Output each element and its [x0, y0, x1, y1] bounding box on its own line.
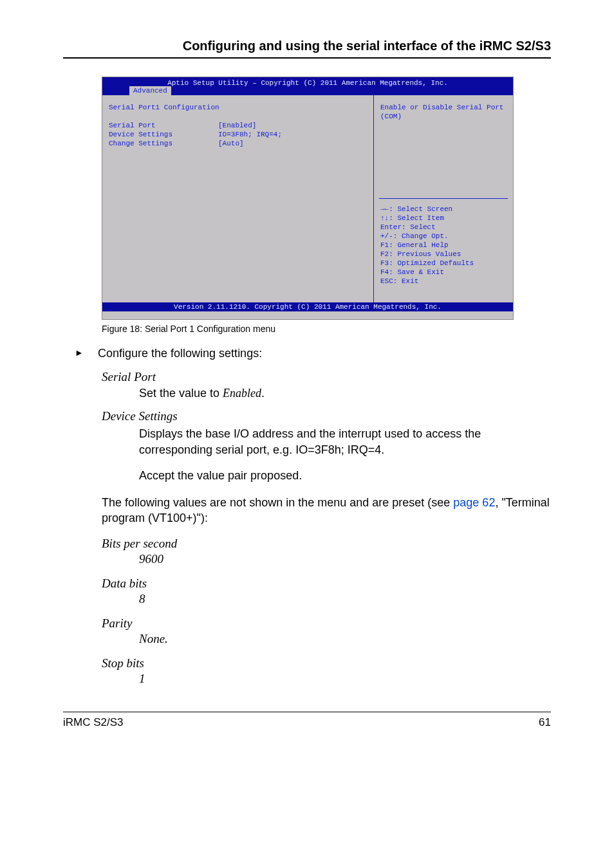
- bios-value: [Enabled]: [218, 121, 256, 130]
- setting-desc-device-settings-1: Displays the base I/O address and the in…: [139, 426, 551, 457]
- preset-value-data-bits: 8: [139, 592, 551, 606]
- bios-section-title: Serial Port1 Configuration: [109, 103, 367, 112]
- footer-left: iRMC S2/S3: [63, 716, 124, 729]
- bios-screenshot: Aptio Setup Utility – Copyright (C) 2011…: [102, 77, 514, 320]
- preset-label-bits-per-second: Bits per second: [102, 537, 551, 551]
- bios-help-line: ESC: Exit: [380, 277, 507, 286]
- setting-value-serial-port: Set the value to Enabled.: [139, 387, 551, 400]
- bios-help-line: Enter: Select: [380, 223, 507, 232]
- preset-value-bits-per-second: 9600: [139, 552, 551, 566]
- bios-label: Device Settings: [109, 130, 218, 139]
- bios-left-pane: Serial Port1 Configuration Serial Port […: [102, 95, 374, 302]
- bios-row-device-settings: Device Settings IO=3F8h; IRQ=4;: [109, 130, 367, 139]
- bios-help-line: F1: General Help: [380, 241, 507, 250]
- page-footer: iRMC S2/S3 61: [63, 712, 551, 729]
- bios-row-serial-port: Serial Port [Enabled]: [109, 121, 367, 130]
- footer-page-number: 61: [539, 716, 551, 729]
- bios-help-line: →←: Select Screen: [380, 205, 507, 214]
- bios-footer: Version 2.11.1210. Copyright (C) 2011 Am…: [102, 302, 513, 311]
- text-run: .: [261, 387, 265, 400]
- setting-label-serial-port: Serial Port: [102, 370, 551, 384]
- bios-label: Change Settings: [109, 139, 218, 148]
- step-line: ► Configure the following settings:: [75, 346, 551, 361]
- figure-caption: Figure 18: Serial Port 1 Configuration m…: [102, 324, 551, 334]
- bios-help-line: F2: Previous Values: [380, 250, 507, 259]
- page-header: Configuring and using the serial interfa…: [63, 39, 551, 59]
- bios-description: Enable or Disable Serial Port (COM): [380, 103, 507, 121]
- bios-label: Serial Port: [109, 121, 218, 130]
- emphasis: Enabled: [223, 387, 261, 400]
- bios-row-change-settings: Change Settings [Auto]: [109, 139, 367, 148]
- bios-help-block: →←: Select Screen ↑↓: Select Item Enter:…: [380, 205, 507, 286]
- text-run: Set the value to: [139, 387, 223, 400]
- bios-value: [Auto]: [218, 139, 244, 148]
- bios-help-line: F4: Save & Exit: [380, 268, 507, 277]
- page-link[interactable]: page 62: [453, 496, 495, 509]
- text-run: The following values are not shown in th…: [102, 496, 453, 509]
- preset-intro: The following values are not shown in th…: [102, 495, 551, 526]
- preset-value-parity: None.: [139, 632, 551, 646]
- bios-value: IO=3F8h; IRQ=4;: [218, 130, 282, 139]
- bios-divider: [379, 198, 508, 199]
- bios-help-line: F3: Optimized Defaults: [380, 259, 507, 268]
- bios-help-line: ↑↓: Select Item: [380, 214, 507, 223]
- header-title: Configuring and using the serial interfa…: [63, 39, 551, 53]
- preset-label-parity: Parity: [102, 616, 551, 631]
- setting-desc-device-settings-2: Accept the value pair proposed.: [139, 468, 551, 483]
- bios-help-line: +/-: Change Opt.: [380, 232, 507, 241]
- setting-label-device-settings: Device Settings: [102, 409, 551, 423]
- bios-right-pane: Enable or Disable Serial Port (COM) →←: …: [374, 95, 513, 302]
- bios-tab-advanced: Advanced: [129, 86, 171, 95]
- step-marker-icon: ►: [75, 346, 98, 358]
- step-text: Configure the following settings:: [98, 346, 262, 361]
- preset-label-data-bits: Data bits: [102, 577, 551, 591]
- preset-label-stop-bits: Stop bits: [102, 656, 551, 670]
- preset-value-stop-bits: 1: [139, 672, 551, 686]
